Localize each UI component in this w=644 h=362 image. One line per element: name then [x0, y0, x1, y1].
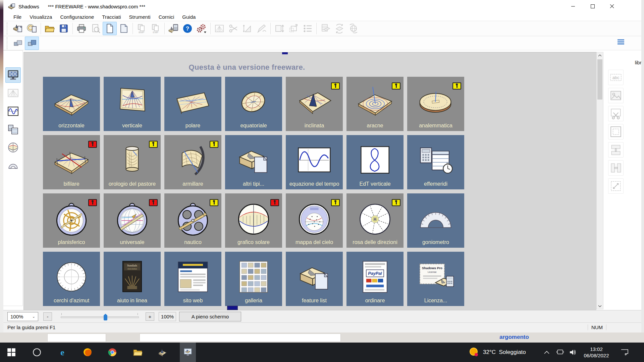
- taskbar-shadows-app-icon[interactable]: [155, 343, 171, 362]
- scrollbar-thumb[interactable]: [597, 59, 602, 100]
- engraving-button[interactable]: [255, 22, 269, 35]
- taskbar-weather-widget[interactable]: 32°C Soleggiato: [469, 343, 526, 362]
- sidebar-sundial-view[interactable]: [5, 85, 21, 101]
- item-list-button[interactable]: [301, 22, 315, 35]
- taskbar-clock[interactable]: 13:02 06/08/2022: [579, 343, 614, 362]
- tile-inclinata[interactable]: inclinata: [286, 77, 343, 131]
- page-view-button[interactable]: [103, 22, 117, 35]
- menu-configurazione[interactable]: Configurazione: [56, 13, 98, 20]
- zoom-slider[interactable]: [61, 313, 139, 320]
- tile-altri-tipi-[interactable]: altri tipi...: [225, 135, 282, 189]
- zoom-in-button[interactable]: +: [146, 312, 154, 321]
- tile-rosa-delle-direzioni[interactable]: rosa delle direzioni: [346, 193, 404, 248]
- vertical-scrollbar[interactable]: [596, 52, 603, 309]
- new-sundial-button[interactable]: [11, 22, 25, 35]
- sidebar-protractor-view[interactable]: [5, 158, 21, 173]
- menu-visualizza[interactable]: Visualizza: [25, 13, 56, 20]
- tile-sito-web[interactable]: sito web: [164, 252, 221, 306]
- taskbar-edge-icon[interactable]: e: [54, 343, 70, 362]
- text-label-button[interactable]: abc: [608, 70, 624, 85]
- open-button[interactable]: [43, 22, 57, 35]
- close-button[interactable]: [602, 0, 622, 13]
- move-frame-button[interactable]: [286, 22, 301, 35]
- zoom-combo-box[interactable]: 100% ⌄: [7, 312, 38, 321]
- taskbar-explorer-icon[interactable]: [129, 343, 146, 362]
- save-button[interactable]: [57, 22, 71, 35]
- update-location-button[interactable]: [346, 22, 361, 35]
- sidebar-ephemeris-view[interactable]: [5, 122, 21, 137]
- taskbar-firefox-icon[interactable]: [79, 343, 96, 362]
- gnomon-height-button[interactable]: [240, 22, 255, 35]
- tile-licenza-[interactable]: Shadows Pro License Licenza...: [407, 252, 464, 306]
- tile-goniometro[interactable]: goniometro: [407, 193, 464, 248]
- argomento-link[interactable]: argomento: [499, 334, 529, 341]
- menu-file[interactable]: File: [9, 13, 25, 20]
- tile-cerchi-d-azimut[interactable]: cerchi d'azimut: [43, 252, 100, 306]
- scroll-up-icon[interactable]: [597, 52, 603, 59]
- tile-aiuto-in-linea[interactable]: Sundials Astrolabes aiuto in linea: [104, 252, 161, 306]
- tile-ordinare[interactable]: PayPal ordinare: [346, 252, 404, 306]
- tile-grafico-solare[interactable]: grafico solare: [225, 193, 282, 248]
- tile-feature-list[interactable]: feature list: [286, 252, 343, 306]
- menu-guida[interactable]: Guida: [178, 13, 200, 20]
- copy-emf-button[interactable]: EMF: [149, 22, 163, 35]
- action-center-icon[interactable]: [618, 343, 631, 362]
- sidebar-equation-view[interactable]: [5, 104, 21, 119]
- resize-frame-button[interactable]: [272, 22, 286, 35]
- taskbar-start-button[interactable]: [3, 343, 19, 362]
- tray-volume-icon[interactable]: [567, 343, 579, 362]
- coordinates-table-button[interactable]: [318, 22, 332, 35]
- print-preview-button[interactable]: [89, 22, 103, 35]
- cut-gnomon-button[interactable]: [226, 22, 240, 35]
- tray-cast-icon[interactable]: [554, 343, 566, 362]
- zoom-out-button[interactable]: -: [43, 312, 52, 321]
- menu-cornici[interactable]: Cornici: [155, 13, 178, 20]
- fullscreen-button[interactable]: A pieno schermo: [179, 312, 241, 321]
- taskbar-chrome-icon[interactable]: [104, 343, 120, 362]
- tile-galleria[interactable]: galleria: [225, 252, 282, 306]
- print-button[interactable]: [74, 22, 89, 35]
- maximize-button[interactable]: [583, 0, 602, 13]
- copy-bmp-button[interactable]: BMP: [135, 22, 149, 35]
- tile-planisferico[interactable]: planisferico: [43, 193, 100, 248]
- full-page-button[interactable]: [117, 22, 131, 35]
- scroll-down-icon[interactable]: [597, 303, 603, 309]
- cut-frame-button[interactable]: [608, 106, 624, 121]
- tile-analemmatica[interactable]: analemmatica: [407, 77, 464, 131]
- sidebar-solar-graph-view[interactable]: [5, 140, 21, 155]
- help-button[interactable]: ?: [180, 22, 195, 35]
- insert-image-button[interactable]: [608, 88, 624, 103]
- border-frame-button[interactable]: [608, 124, 624, 139]
- tile-aracne[interactable]: aracne: [346, 77, 404, 131]
- sidebar-gallery-view[interactable]: [5, 67, 21, 83]
- tile-orologio-del-pastore[interactable]: orologio del pastore: [104, 135, 161, 189]
- tile-equatoriale[interactable]: equatoriale: [225, 77, 282, 131]
- tile-bifilare[interactable]: bifilare: [43, 135, 100, 189]
- sundial-frame-button[interactable]: [212, 22, 226, 35]
- taskbar-search-icon[interactable]: [29, 343, 45, 362]
- preferences-button[interactable]: [195, 22, 209, 35]
- menu-tracciati[interactable]: Tracciati: [98, 13, 125, 20]
- corner-resize-button[interactable]: [608, 178, 624, 194]
- zoom-slider-track[interactable]: [61, 316, 139, 318]
- arrange-windows-button[interactable]: [11, 37, 25, 50]
- update-sundial-button[interactable]: [332, 22, 346, 35]
- tile-orizzontale[interactable]: orizzontale: [43, 77, 100, 131]
- taskbar-shadows-gallery-icon[interactable]: [180, 343, 196, 362]
- tray-chevron-up-icon[interactable]: [541, 343, 553, 362]
- tile-effemeridi[interactable]: effemeridi: [407, 135, 464, 189]
- vertical-spacing-button[interactable]: [608, 142, 624, 158]
- tile-equazione-del-tempo[interactable]: equazione del tempo: [286, 135, 343, 189]
- horizontal-spacing-button[interactable]: [608, 160, 624, 176]
- minimize-button[interactable]: [564, 0, 583, 13]
- new-astrolabe-button[interactable]: [25, 22, 39, 35]
- tile-verticale[interactable]: verticale: [104, 77, 161, 131]
- tile-edt-verticale[interactable]: EdT verticale: [346, 135, 404, 189]
- tile-polare[interactable]: polare: [164, 77, 221, 131]
- solar-calculator-button[interactable]: [166, 22, 180, 35]
- tile-nautico[interactable]: nautico: [164, 193, 221, 248]
- hamburger-menu-icon[interactable]: [617, 39, 625, 46]
- menu-strumenti[interactable]: Strumenti: [125, 13, 154, 20]
- tile-mappa-del-cielo[interactable]: mappa del cielo: [286, 193, 343, 248]
- gallery-window-button[interactable]: [25, 37, 39, 50]
